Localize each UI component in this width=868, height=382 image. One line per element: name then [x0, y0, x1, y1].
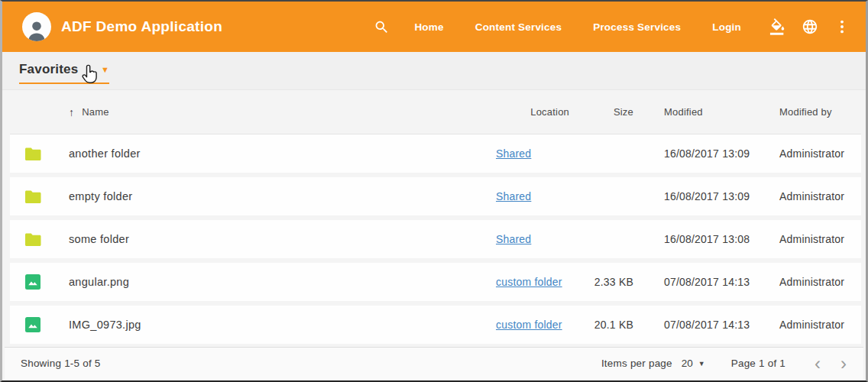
location-link[interactable]: Shared [496, 190, 531, 202]
location-link[interactable]: Shared [496, 147, 531, 160]
avatar [22, 12, 51, 41]
modified-cell: 16/08/2017 13:09 [633, 147, 769, 160]
nav-item-process-services[interactable]: Process Services [593, 21, 681, 33]
nav-item-content-services[interactable]: Content Services [475, 21, 562, 33]
overflow-menu-icon[interactable] [834, 18, 850, 35]
folder-icon [25, 233, 41, 246]
table-row[interactable]: some folder Shared 16/08/2017 13:08 Admi… [10, 220, 861, 258]
table-row[interactable]: empty folder Shared 16/08/2017 13:09 Adm… [10, 177, 861, 215]
theme-picker-icon[interactable] [769, 18, 786, 35]
items-per-page-value: 20 [682, 358, 693, 369]
folder-icon [25, 147, 41, 160]
modified-by-cell: Administrator [769, 276, 861, 288]
chevron-down-icon: ▼ [101, 66, 109, 74]
table-row[interactable]: IMG_0973.jpg custom folder 20.1 KB 07/08… [10, 306, 861, 344]
location-link[interactable]: Shared [496, 233, 531, 245]
file-name[interactable]: another folder [56, 147, 496, 160]
modified-by-cell: Administrator [769, 190, 861, 202]
file-name[interactable]: angular.png [56, 276, 496, 288]
location-cell: custom folder [496, 276, 576, 288]
content-header: Favorites ▼ [2, 52, 866, 90]
location-cell: custom folder [496, 319, 576, 331]
previous-page-button[interactable]: ‹ [815, 354, 821, 373]
showing-range-label: Showing 1-5 of 5 [21, 358, 101, 369]
file-name[interactable]: IMG_0973.jpg [56, 319, 496, 331]
file-name[interactable]: some folder [56, 233, 496, 245]
table-row[interactable]: angular.png custom folder 2.33 KB 07/08/… [10, 263, 861, 301]
chevron-down-icon: ▼ [698, 360, 705, 367]
column-header-size[interactable]: Size [576, 106, 633, 118]
app-window: ADF Demo Application Home Content Servic… [0, 0, 868, 382]
modified-cell: 07/08/2017 14:13 [633, 276, 769, 288]
location-link[interactable]: custom folder [496, 276, 562, 288]
image-file-icon [25, 274, 40, 290]
modified-by-cell: Administrator [769, 319, 861, 331]
nav-item-login[interactable]: Login [712, 21, 741, 33]
person-icon [24, 18, 50, 41]
items-per-page-select[interactable]: 20 ▼ [682, 358, 705, 369]
items-per-page-label: Items per page [601, 358, 672, 369]
document-list: ↑ Name Location Size Modified Modified b… [2, 90, 866, 344]
image-file-icon [25, 317, 40, 332]
folder-icon [25, 190, 41, 203]
column-header-location[interactable]: Location [496, 106, 576, 118]
modified-cell: 07/08/2017 14:13 [633, 319, 769, 331]
modified-by-cell: Administrator [769, 233, 861, 245]
modified-by-cell: Administrator [769, 147, 861, 160]
nav-item-home[interactable]: Home [414, 21, 443, 33]
search-icon[interactable] [374, 19, 390, 35]
location-cell: Shared [496, 190, 576, 202]
table-row[interactable]: another folder Shared 16/08/2017 13:09 A… [10, 134, 861, 173]
column-header-name[interactable]: ↑ Name [56, 106, 496, 118]
table-header-row: ↑ Name Location Size Modified Modified b… [10, 90, 861, 134]
next-page-button[interactable]: › [840, 354, 847, 373]
main-nav: Home Content Services Process Services L… [414, 21, 741, 33]
pagination-bar: Showing 1-5 of 5 Items per page 20 ▼ Pag… [5, 347, 863, 379]
modified-cell: 16/08/2017 13:09 [633, 190, 769, 202]
column-header-modified[interactable]: Modified [633, 106, 769, 118]
table-body: another folder Shared 16/08/2017 13:09 A… [10, 134, 861, 344]
page-status-label: Page 1 of 1 [731, 358, 785, 369]
app-header: ADF Demo Application Home Content Servic… [2, 2, 866, 52]
app-title: ADF Demo Application [61, 18, 222, 35]
column-header-modified-by[interactable]: Modified by [769, 106, 861, 118]
page-title: Favorites [19, 62, 78, 77]
language-globe-icon[interactable] [802, 18, 818, 35]
sort-ascending-icon: ↑ [69, 106, 74, 118]
favorites-dropdown[interactable]: Favorites ▼ [19, 62, 109, 84]
file-name[interactable]: empty folder [56, 190, 496, 202]
size-cell: 20.1 KB [576, 319, 633, 331]
location-cell: Shared [496, 147, 576, 160]
modified-cell: 16/08/2017 13:08 [633, 233, 769, 245]
location-cell: Shared [496, 233, 576, 245]
location-link[interactable]: custom folder [496, 319, 562, 331]
size-cell: 2.33 KB [576, 276, 633, 288]
